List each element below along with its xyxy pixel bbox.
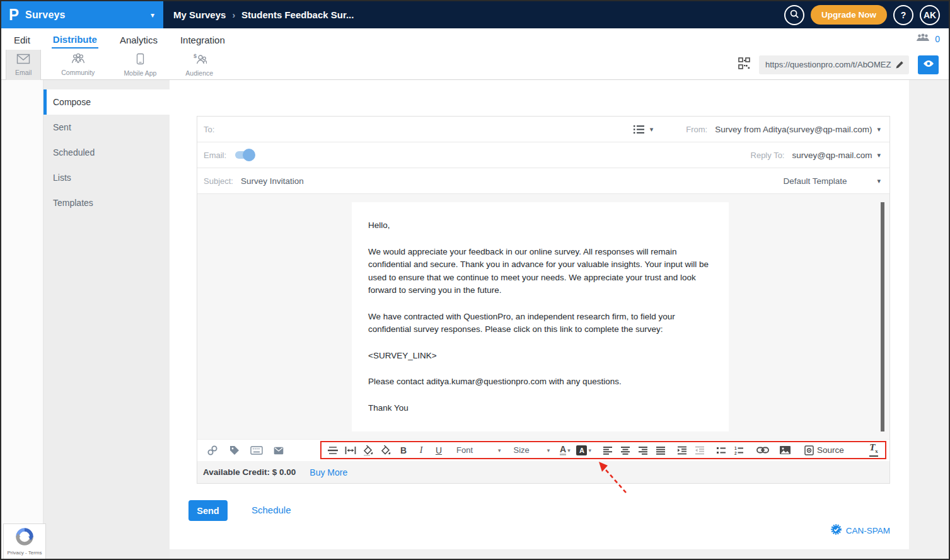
bulleted-list-icon[interactable] (715, 443, 727, 458)
text-color-button[interactable]: A▾ (559, 443, 571, 458)
background-color-button[interactable]: A▾ (576, 443, 591, 458)
recipient-list-icon[interactable] (633, 125, 645, 134)
indent-decrease-icon[interactable] (693, 443, 706, 458)
verified-check-icon (831, 524, 842, 537)
sidebar-item-compose[interactable]: Compose (43, 89, 170, 115)
preview-button[interactable] (918, 55, 939, 74)
sidebar-item-sent[interactable]: Sent (43, 115, 170, 140)
upgrade-now-button[interactable]: Upgrade Now (811, 5, 887, 25)
from-caret-icon[interactable]: ▾ (877, 125, 881, 134)
editor-scrollbar[interactable] (881, 202, 884, 431)
tab-integration[interactable]: Integration (179, 31, 226, 48)
indent-increase-icon[interactable] (676, 443, 688, 458)
recaptcha-terms-link[interactable]: Terms (28, 550, 42, 556)
email-toggle-knob (243, 149, 255, 161)
reply-to-value[interactable]: survey@qp-mail.com (792, 151, 872, 160)
email-paragraph: Please contact aditya.kumar@questionpro.… (368, 375, 710, 389)
size-dropdown-label: Size (514, 445, 530, 455)
merge-tools (197, 443, 285, 458)
email-toggle[interactable] (235, 151, 254, 159)
embed-email-icon[interactable] (272, 443, 285, 458)
italic-button[interactable]: I (415, 443, 427, 458)
horizontal-line-icon[interactable] (327, 443, 339, 458)
tab-edit[interactable]: Edit (13, 31, 32, 48)
recaptcha-privacy-link[interactable]: Privacy (8, 550, 24, 556)
text-fill-bucket-icon[interactable] (379, 443, 392, 458)
send-button[interactable]: Send (188, 500, 228, 521)
channel-audience-label: Audience (185, 69, 213, 77)
remove-format-button[interactable]: Tx (867, 443, 880, 458)
bold-button[interactable]: B (397, 443, 410, 458)
top-bar: P Surveys ▾ My Surveys › Students Feedba… (1, 1, 949, 28)
insert-image-icon[interactable] (779, 443, 792, 458)
align-right-icon[interactable] (637, 443, 649, 458)
font-dropdown[interactable]: Font ▾ (456, 445, 501, 455)
font-caret-icon: ▾ (498, 447, 501, 454)
recaptcha-separator: - (25, 550, 27, 556)
qr-code-icon[interactable] (738, 57, 750, 72)
recaptcha-legal: Privacy - Terms (8, 550, 42, 556)
compose-form: To: ▾ From: Survey from Aditya(survey@qp… (197, 116, 890, 484)
remove-format-t: T (869, 442, 875, 452)
size-caret-icon: ▾ (547, 447, 550, 454)
chevron-down-icon: ▾ (151, 11, 154, 20)
background-fill-bucket-icon[interactable] (362, 443, 374, 458)
size-dropdown[interactable]: Size ▾ (514, 445, 550, 455)
breadcrumb-survey-name: Students Feedback Sur... (241, 9, 354, 20)
sidebar-item-scheduled[interactable]: Scheduled (43, 140, 170, 165)
schedule-link[interactable]: Schedule (252, 505, 291, 515)
insert-link-icon[interactable] (756, 443, 769, 458)
search-button[interactable] (784, 5, 804, 25)
product-switcher[interactable]: P Surveys ▾ (1, 1, 163, 28)
help-button[interactable]: ? (893, 5, 913, 25)
respondents-counter[interactable]: 0 (916, 33, 940, 45)
community-icon (71, 53, 86, 67)
available-credit: Available Credit: $ 0.00 (203, 467, 296, 477)
subject-input[interactable]: Survey Invitation (241, 176, 304, 186)
tab-analytics[interactable]: Analytics (119, 31, 159, 48)
channel-mobile-app[interactable]: Mobile App (115, 50, 165, 80)
buy-more-link[interactable]: Buy More (310, 467, 347, 477)
background-color-caret-icon: ▾ (588, 447, 591, 454)
reply-to-label: Reply To: (751, 151, 785, 160)
edit-url-pencil-icon[interactable] (895, 60, 905, 72)
channel-audience[interactable]: $ Audience (177, 50, 222, 80)
from-value[interactable]: Survey from Aditya(survey@qp-mail.com) (715, 125, 872, 134)
tab-distribute[interactable]: Distribute (52, 30, 98, 49)
justify-icon[interactable] (654, 443, 667, 458)
template-selector[interactable]: Default Template (783, 176, 847, 186)
spacing-width-icon[interactable] (344, 443, 357, 458)
distribute-channel-bar: Email Community Mobile App $ Audience (1, 50, 949, 80)
source-button[interactable]: Source (804, 445, 844, 455)
email-body-content[interactable]: Hello, We would appreciate your feedback… (352, 202, 729, 431)
recipient-list-caret-icon[interactable]: ▾ (650, 125, 654, 134)
survey-nav-tabs: Edit Distribute Analytics Integration 0 (1, 28, 949, 50)
channel-email[interactable]: Email (6, 50, 41, 80)
channel-community[interactable]: Community (52, 50, 103, 80)
email-replyto-row: Email: Reply To: survey@qp-mail.com ▾ (197, 142, 889, 168)
survey-url-input[interactable] (759, 55, 909, 74)
email-sidebar: Compose Sent Scheduled Lists Templates (43, 80, 170, 559)
recaptcha-badge[interactable]: Privacy - Terms (3, 523, 46, 560)
align-center-icon[interactable] (619, 443, 632, 458)
breadcrumb-my-surveys[interactable]: My Surveys (173, 9, 226, 20)
template-caret-icon[interactable]: ▾ (877, 177, 881, 185)
survey-link-chain-icon[interactable] (206, 443, 219, 458)
underline-button[interactable]: U (432, 443, 445, 458)
from-label: From: (686, 125, 707, 134)
align-left-icon[interactable] (601, 443, 614, 458)
app-window: P Surveys ▾ My Surveys › Students Feedba… (0, 0, 950, 560)
numbered-list-icon[interactable]: 12 (733, 443, 745, 458)
sidebar-item-templates[interactable]: Templates (43, 190, 170, 215)
background-color-a: A (576, 445, 587, 455)
avatar[interactable]: AK (920, 5, 940, 25)
template-right: Default Template ▾ (783, 176, 881, 186)
merge-tag-icon[interactable] (228, 443, 241, 458)
compose-panel: To: ▾ From: Survey from Aditya(survey@qp… (170, 80, 909, 549)
source-label: Source (817, 445, 844, 455)
keyboard-icon[interactable] (250, 443, 263, 458)
can-spam-badge[interactable]: CAN-SPAM (831, 524, 890, 537)
svg-text:$: $ (194, 53, 197, 59)
sidebar-item-lists[interactable]: Lists (43, 165, 170, 190)
reply-to-caret-icon[interactable]: ▾ (877, 151, 881, 159)
